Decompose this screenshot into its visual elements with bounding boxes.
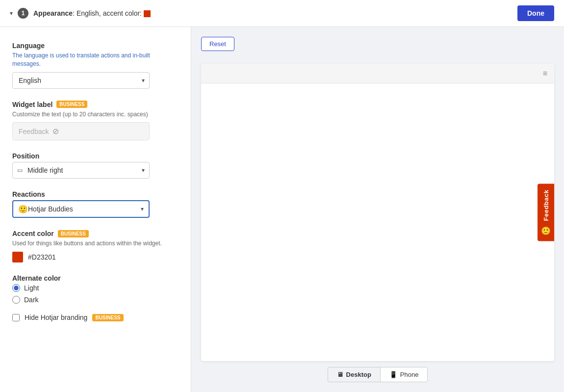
reset-button[interactable]: Reset xyxy=(201,37,234,51)
main-layout: Language The language is used to transla… xyxy=(0,27,564,392)
widget-label-desc: Customize the text (up to 20 characters … xyxy=(12,110,179,119)
dark-radio[interactable] xyxy=(12,296,20,304)
reactions-select-wrapper: 🙂 Hotjar Buddies None ▾ xyxy=(12,200,150,218)
accent-color-row[interactable] xyxy=(12,252,179,262)
widget-label-badge: BUSINESS xyxy=(56,101,87,108)
accent-color-desc: Used for things like buttons and actions… xyxy=(12,239,179,248)
hide-branding-row: Hide Hotjar branding BUSINESS xyxy=(12,314,179,321)
widget-label-input-field[interactable]: Feedback ⊘ xyxy=(12,122,150,140)
phone-button[interactable]: 📱 Phone xyxy=(380,367,428,382)
hamburger-icon: ≡ xyxy=(543,69,547,78)
hide-branding-label[interactable]: Hide Hotjar branding xyxy=(25,314,87,321)
header-left: ▾ 1 Appearance: English, accent color: xyxy=(10,8,151,19)
left-panel: Language The language is used to transla… xyxy=(0,27,191,392)
collapse-chevron-icon[interactable]: ▾ xyxy=(10,10,13,17)
app-header: ▾ 1 Appearance: English, accent color: D… xyxy=(0,0,564,27)
widget-label-section: Widget label BUSINESS Customize the text… xyxy=(12,101,179,141)
widget-label-text: Feedback xyxy=(19,128,49,135)
feedback-widget-label: Feedback xyxy=(542,190,550,221)
language-desc: The language is used to translate action… xyxy=(12,52,179,68)
accent-color-swatch-big xyxy=(12,252,23,262)
right-panel: Reset ≡ Feedback 🙂 🖥 Desktop 📱 Phone xyxy=(191,27,564,392)
accent-color-section: Accent color BUSINESS Used for things li… xyxy=(12,230,179,262)
feedback-smile-icon: 🙂 xyxy=(541,226,551,235)
position-select[interactable]: Middle right Middle left Bottom right Bo… xyxy=(12,162,150,179)
language-select[interactable]: English French German Spanish xyxy=(12,72,150,89)
phone-icon: 📱 xyxy=(389,371,397,378)
light-radio-row: Light xyxy=(12,284,179,292)
accent-color-hex-input[interactable] xyxy=(28,253,67,261)
block-icon: ⊘ xyxy=(52,127,59,136)
hide-branding-checkbox[interactable] xyxy=(12,314,20,321)
position-section: Position ▭ Middle right Middle left Bott… xyxy=(12,152,179,179)
dark-radio-label[interactable]: Dark xyxy=(24,296,39,304)
hide-branding-badge: BUSINESS xyxy=(92,314,123,321)
language-section: Language The language is used to transla… xyxy=(12,42,179,89)
light-radio-label[interactable]: Light xyxy=(24,284,39,292)
device-bar: 🖥 Desktop 📱 Phone xyxy=(201,367,554,382)
dark-radio-row: Dark xyxy=(12,296,179,304)
light-radio[interactable] xyxy=(12,284,20,292)
desktop-icon: 🖥 xyxy=(337,371,343,378)
preview-topbar: ≡ xyxy=(201,64,554,83)
position-select-wrapper: ▭ Middle right Middle left Bottom right … xyxy=(12,162,150,179)
preview-box: ≡ Feedback 🙂 xyxy=(201,64,554,361)
accent-color-swatch xyxy=(144,10,151,17)
accent-color-heading: Accent color BUSINESS xyxy=(12,230,179,237)
reactions-section: Reactions 🙂 Hotjar Buddies None ▾ xyxy=(12,190,179,218)
accent-color-badge: BUSINESS xyxy=(58,230,89,237)
header-title: Appearance: English, accent color: xyxy=(33,9,151,17)
language-label: Language xyxy=(12,42,179,50)
done-button[interactable]: Done xyxy=(517,5,554,21)
alternate-color-section: Alternate color Light Dark xyxy=(12,274,179,304)
widget-label-heading: Widget label BUSINESS xyxy=(12,101,179,108)
step-indicator: 1 xyxy=(18,8,28,19)
reactions-label: Reactions xyxy=(12,190,179,198)
desktop-button[interactable]: 🖥 Desktop xyxy=(328,367,380,382)
alternate-color-label: Alternate color xyxy=(12,274,179,282)
language-select-wrapper: English French German Spanish ▾ xyxy=(12,72,150,89)
position-label: Position xyxy=(12,152,179,160)
reactions-select[interactable]: Hotjar Buddies None xyxy=(13,201,149,217)
feedback-widget[interactable]: Feedback 🙂 xyxy=(538,184,554,241)
